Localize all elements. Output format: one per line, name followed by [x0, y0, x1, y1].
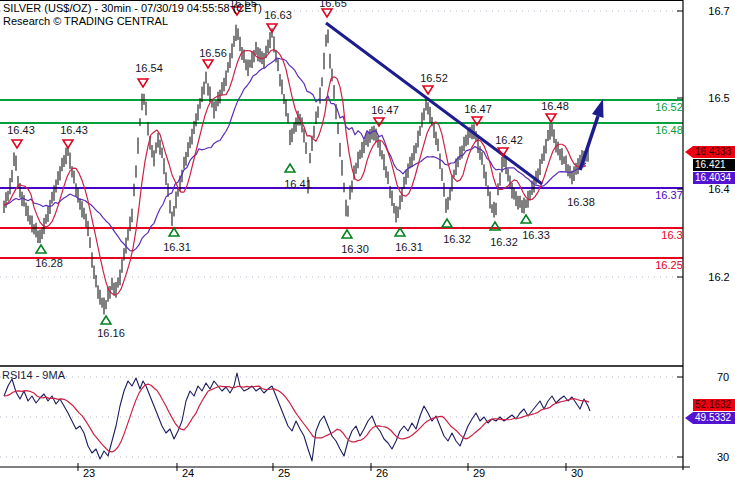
rsi-pane-label: RSI14 - 9MA — [2, 369, 65, 381]
price-tag: 16.4034 — [693, 172, 735, 184]
resistance-triangle-icon — [138, 79, 148, 87]
support-triangle-icon — [521, 215, 531, 223]
x-axis-label: 30 — [571, 467, 583, 479]
y-axis-label: 16.5 — [708, 92, 729, 104]
resistance-triangle-icon — [423, 86, 433, 94]
chart-root: SILVER (US$/OZ) - 30min - 07/30/19 04:55… — [0, 0, 735, 480]
chart-title: SILVER (US$/OZ) - 30min - 07/30/19 04:55… — [3, 2, 262, 14]
resistance-triangle-icon — [63, 140, 73, 148]
resistance-label: 16.47 — [371, 104, 399, 116]
support-label: 16.32 — [443, 233, 471, 245]
resistance-label: 16.43 — [60, 124, 88, 136]
support-triangle-icon — [285, 164, 295, 172]
price-note-label: 16.38 — [567, 196, 595, 208]
rsi-value-tag: 49.5332 — [693, 412, 735, 424]
support-label: 16.30 — [341, 243, 369, 255]
resistance-label: 16.52 — [420, 72, 448, 84]
level-price-label: 16.25 — [655, 259, 683, 271]
support-label: 16.31 — [395, 241, 423, 253]
rsi-value-tag: 52.1632 — [693, 399, 735, 411]
resistance-triangle-icon — [267, 24, 277, 32]
resistance-label: 16.43 — [7, 124, 35, 136]
x-axis-label: 25 — [278, 467, 290, 479]
x-axis-label: 23 — [83, 467, 95, 479]
price-tag: 16.421 — [693, 159, 735, 171]
resistance-label: 16.42 — [495, 134, 523, 146]
support-label: 16.32 — [490, 236, 518, 248]
x-axis-label: 24 — [182, 467, 194, 479]
chart-subtitle: Research © TRADING CENTRAL — [3, 15, 168, 27]
resistance-triangle-icon — [546, 114, 556, 122]
price-tag-arrow-icon — [685, 146, 693, 158]
rsi-value-tag-arrow-icon — [685, 412, 693, 424]
support-triangle-icon — [395, 228, 405, 236]
resistance-label: 16.63 — [264, 9, 292, 21]
y-axis-label: 16.2 — [708, 271, 729, 283]
resistance-label: 16.48 — [541, 100, 569, 112]
resistance-triangle-icon — [322, 9, 332, 17]
resistance-label: 16.56 — [199, 47, 227, 59]
level-price-label: 16.52 — [655, 101, 683, 113]
forecast-arrow-head — [592, 99, 604, 118]
rsi-axis-label: 70 — [717, 371, 729, 383]
price-ma-slow-line — [4, 58, 586, 251]
forecast-arrow-shaft — [580, 116, 598, 170]
support-triangle-icon — [442, 219, 452, 227]
resistance-triangle-icon — [203, 60, 213, 68]
y-axis-label: 16.7 — [708, 5, 729, 17]
level-price-label: 16.3 — [661, 229, 682, 241]
price-chart-svg — [0, 0, 735, 480]
x-axis-label: 29 — [473, 467, 485, 479]
support-label: 16.33 — [522, 229, 550, 241]
resistance-triangle-icon — [12, 140, 22, 148]
support-triangle-icon — [342, 230, 352, 238]
resistance-label: 16.54 — [135, 62, 163, 74]
support-triangle-icon — [36, 245, 46, 253]
x-axis-label: 26 — [376, 467, 388, 479]
support-label: 16.28 — [35, 257, 63, 269]
level-price-label: 16.48 — [655, 124, 683, 136]
resistance-label: 16.47 — [464, 103, 492, 115]
price-tag: 16.4333 — [693, 146, 735, 158]
support-label: 16.31 — [163, 241, 191, 253]
rsi-axis-label: 30 — [717, 451, 729, 463]
y-axis-label: 16.4 — [708, 183, 729, 195]
level-price-label: 16.37 — [655, 189, 683, 201]
support-triangle-icon — [101, 316, 111, 324]
resistance-label: 16.65 — [319, 0, 347, 9]
rsi-line — [4, 373, 590, 461]
support-label: 16.16 — [97, 327, 125, 339]
support-label: 16.41 — [284, 178, 312, 190]
support-triangle-icon — [169, 228, 179, 236]
